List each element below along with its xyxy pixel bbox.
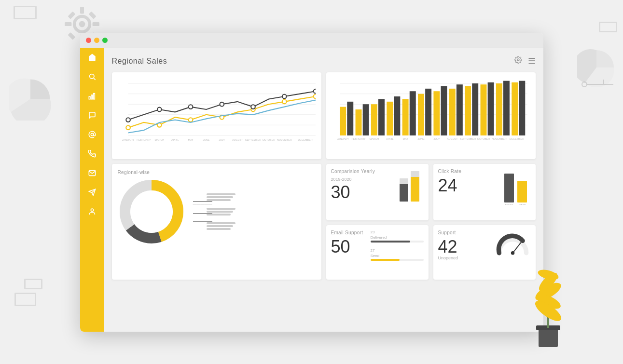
svg-point-28	[517, 59, 519, 61]
click-rate-card: Click Rate 24 Open Click	[433, 164, 536, 221]
svg-text:JANUARY: JANUARY	[337, 137, 349, 140]
support-value: 42	[438, 238, 458, 256]
svg-text:AUGUST: AUGUST	[232, 138, 243, 140]
svg-point-116	[511, 251, 514, 255]
sidebar-icon-chart[interactable]	[87, 91, 97, 101]
svg-text:NOVEMBER: NOVEMBER	[277, 138, 291, 140]
svg-rect-112	[517, 181, 527, 202]
svg-text:MARCH: MARCH	[369, 137, 379, 140]
svg-text:DECEMBER: DECEMBER	[509, 137, 524, 140]
legend-item-3	[193, 221, 212, 222]
sidebar-icon-phone[interactable]	[87, 148, 97, 159]
bg-rect-3	[14, 293, 36, 306]
svg-text:MARCH: MARCH	[154, 138, 164, 140]
svg-point-1	[79, 21, 85, 27]
menu-icon[interactable]: ☰	[528, 56, 536, 67]
send-progress-fill	[371, 259, 400, 261]
click-rate-value: 24	[438, 177, 462, 194]
send-bar-section: 27 Send	[371, 248, 424, 264]
title-bar	[80, 33, 543, 48]
svg-point-19	[89, 74, 94, 78]
svg-point-43	[157, 107, 162, 111]
svg-rect-86	[496, 83, 502, 135]
svg-rect-107	[400, 183, 408, 202]
svg-rect-74	[402, 99, 408, 135]
small-cards-column: Comparision Yearly 2019-2020 30	[326, 164, 536, 280]
comparison-title: Comparision Yearly	[331, 169, 375, 174]
svg-rect-8	[68, 32, 75, 40]
svg-rect-77	[425, 88, 431, 135]
svg-point-16	[582, 82, 587, 87]
svg-text:SEPTEMBER: SEPTEMBER	[460, 137, 476, 140]
minimize-button[interactable]	[94, 38, 99, 43]
svg-point-45	[220, 102, 224, 106]
email-support-bars: 23 Delivered 27	[371, 230, 424, 264]
sidebar-icon-user[interactable]	[87, 206, 97, 217]
svg-text:APRIL: APRIL	[386, 137, 393, 140]
svg-point-44	[188, 105, 193, 109]
delivered-value: 23	[371, 230, 375, 234]
svg-rect-7	[89, 12, 97, 19]
svg-point-47	[282, 94, 286, 98]
click-rate-title: Click Rate	[438, 169, 462, 174]
svg-rect-67	[347, 101, 353, 135]
main-content: Regional Sales ☰	[104, 48, 543, 332]
sidebar-icon-mail[interactable]	[87, 168, 97, 178]
svg-rect-109	[400, 178, 408, 184]
click-rate-chart: Open Click	[502, 169, 531, 205]
svg-rect-88	[512, 82, 518, 135]
svg-rect-4	[65, 22, 71, 26]
sidebar	[80, 48, 104, 332]
svg-rect-76	[418, 94, 424, 135]
donut-chart	[118, 178, 185, 245]
svg-rect-73	[394, 96, 400, 135]
bg-pie-left	[9, 77, 52, 121]
svg-rect-117	[539, 328, 558, 347]
svg-point-46	[251, 105, 255, 109]
svg-text:Open: Open	[505, 203, 513, 205]
sidebar-icon-home[interactable]	[87, 52, 97, 63]
svg-rect-82	[465, 86, 471, 135]
plant-decoration	[519, 253, 577, 350]
svg-text:JANUARY: JANUARY	[122, 138, 134, 140]
svg-point-35	[126, 125, 130, 130]
send-label: Send	[371, 254, 424, 258]
svg-point-40	[282, 99, 286, 104]
line-chart-svg: JANUARY FEBRUARY MARCH APRIL MAY JUNE JU…	[118, 78, 316, 141]
comparison-yearly-card: Comparision Yearly 2019-2020 30	[326, 164, 429, 221]
svg-point-48	[313, 89, 315, 93]
sidebar-icon-chat[interactable]	[87, 110, 97, 121]
support-sub-label: Unopened	[438, 256, 458, 260]
svg-rect-75	[409, 91, 415, 135]
settings-icon[interactable]	[514, 56, 522, 67]
svg-text:NOVEMBER: NOVEMBER	[491, 137, 506, 140]
svg-text:MAY: MAY	[402, 137, 408, 140]
maximize-button[interactable]	[102, 38, 108, 43]
svg-point-41	[313, 94, 315, 98]
svg-point-27	[91, 209, 93, 211]
bg-rect-1	[14, 6, 37, 19]
svg-rect-71	[378, 99, 385, 135]
svg-text:Click: Click	[518, 203, 526, 205]
svg-rect-111	[504, 174, 514, 202]
sidebar-icon-send[interactable]	[87, 187, 97, 198]
email-support-left: Email Support 50	[331, 230, 363, 256]
app-body: Regional Sales ☰	[80, 48, 543, 332]
svg-rect-81	[456, 84, 462, 135]
close-button[interactable]	[86, 38, 91, 43]
svg-rect-69	[362, 104, 369, 135]
regional-chart-area: —————	[118, 178, 316, 245]
svg-text:MAY: MAY	[188, 138, 194, 140]
svg-rect-23	[93, 93, 95, 99]
support-title: Support	[438, 230, 458, 235]
svg-line-20	[94, 78, 95, 80]
sidebar-icon-search[interactable]	[87, 71, 97, 82]
bg-rect-4	[24, 279, 42, 289]
email-support-value: 50	[331, 238, 363, 256]
bg-rect-2	[599, 22, 617, 32]
regional-card: Regional-wise	[112, 164, 321, 280]
delivered-progress-bg	[371, 241, 424, 243]
email-support-header: Email Support 50 23 Delivered	[331, 230, 424, 264]
sidebar-icon-at[interactable]	[87, 129, 97, 140]
support-header: Support 42 Unopened	[438, 230, 531, 260]
